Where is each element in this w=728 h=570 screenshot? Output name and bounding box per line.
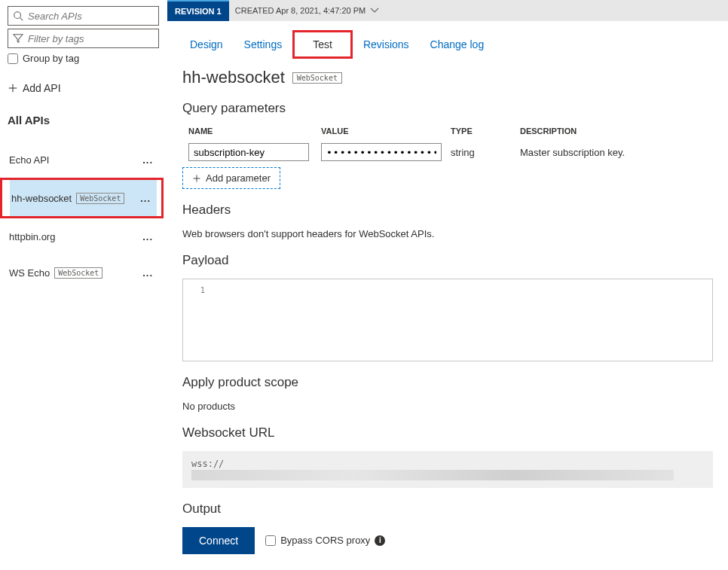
ellipsis-icon[interactable]: ... (140, 193, 151, 204)
svg-point-0 (14, 12, 21, 19)
plus-icon (192, 174, 201, 183)
page-title: hh-websocket WebSocket (182, 68, 713, 87)
ellipsis-icon[interactable]: ... (142, 231, 153, 242)
websocket-badge: WebSocket (292, 72, 342, 84)
output-footer: Connect Bypass CORS proxy i (182, 527, 713, 554)
tab-changelog[interactable]: Change log (420, 34, 495, 55)
payload-heading: Payload (182, 253, 713, 268)
headers-heading: Headers (182, 203, 713, 218)
apply-scope-heading: Apply product scope (182, 375, 713, 390)
api-item-hh-websocket[interactable]: hh-websocket WebSocket ... (10, 180, 157, 216)
api-item-ws-echo[interactable]: WS Echo WebSocket ... (8, 255, 159, 291)
websocket-badge: WebSocket (76, 193, 124, 204)
api-item-label: hh-websocket (11, 193, 72, 204)
tab-revisions[interactable]: Revisions (353, 34, 420, 55)
search-apis-input[interactable] (28, 11, 155, 22)
param-name-input[interactable] (188, 143, 309, 161)
search-apis-input-wrap[interactable] (8, 6, 159, 26)
sidebar: Group by tag Add API All APIs Echo API .… (0, 0, 167, 570)
plus-icon (8, 83, 18, 93)
headers-info: Web browsers don't support headers for W… (182, 228, 713, 239)
websocket-badge: WebSocket (54, 267, 102, 279)
query-parameters-heading: Query parameters (182, 101, 713, 116)
param-desc: Master subscription key. (520, 147, 625, 158)
main-content: REVISION 1 CREATED Apr 8, 2021, 4:47:20 … (167, 0, 728, 570)
scope-info: No products (182, 401, 713, 412)
revision-bar: REVISION 1 CREATED Apr 8, 2021, 4:47:20 … (167, 0, 728, 21)
bypass-cors-input[interactable] (265, 535, 276, 546)
filter-tags-input[interactable] (28, 33, 155, 44)
col-type: TYPE (451, 126, 520, 136)
revision-date[interactable]: CREATED Apr 8, 2021, 4:47:20 PM (229, 6, 385, 15)
col-name: NAME (188, 126, 321, 136)
svg-line-1 (20, 18, 23, 21)
group-by-tag-input[interactable] (8, 53, 18, 64)
add-parameter-button[interactable]: Add parameter (182, 167, 280, 189)
tabs: Design Settings Test Revisions Change lo… (167, 21, 728, 65)
all-apis-heading[interactable]: All APIs (8, 114, 159, 126)
api-item-label: Echo API (9, 154, 49, 166)
col-value: VALUE (321, 126, 451, 136)
url-prefix: wss:// (191, 459, 224, 469)
line-number: 1 (183, 279, 213, 361)
output-heading: Output (182, 501, 713, 517)
tab-test[interactable]: Test (305, 37, 340, 52)
add-api-label: Add API (23, 82, 61, 94)
add-api-button[interactable]: Add API (8, 79, 159, 97)
filter-icon (13, 33, 23, 44)
api-item-httpbin[interactable]: httpbin.org ... (8, 218, 159, 255)
tab-settings[interactable]: Settings (234, 34, 293, 55)
api-item-label: WS Echo (9, 267, 50, 279)
group-by-tag-checkbox[interactable]: Group by tag (8, 53, 159, 64)
query-table-headers: NAME VALUE TYPE DESCRIPTION (182, 126, 713, 136)
api-item-label: httpbin.org (9, 231, 55, 242)
param-type: string (451, 147, 520, 158)
search-icon (13, 11, 23, 21)
revision-label[interactable]: REVISION 1 (167, 0, 229, 21)
connect-button[interactable]: Connect (182, 527, 255, 554)
info-icon[interactable]: i (375, 535, 385, 546)
url-redacted (191, 470, 674, 480)
filter-tags-input-wrap[interactable] (8, 29, 159, 48)
payload-editor[interactable]: 1 (182, 279, 713, 361)
bypass-cors-checkbox[interactable]: Bypass CORS proxy i (265, 535, 385, 546)
ellipsis-icon[interactable]: ... (142, 154, 153, 166)
col-desc: DESCRIPTION (520, 126, 713, 136)
param-row: string Master subscription key. (182, 143, 713, 161)
group-by-tag-label: Group by tag (23, 53, 79, 64)
ellipsis-icon[interactable]: ... (142, 267, 153, 279)
payload-textarea[interactable] (213, 279, 712, 361)
api-item-echo[interactable]: Echo API ... (8, 142, 159, 178)
tab-design[interactable]: Design (179, 34, 234, 55)
websocket-url-box: wss:// (182, 451, 713, 488)
chevron-down-icon (370, 8, 379, 14)
param-value-input[interactable] (321, 143, 442, 161)
websocket-url-heading: Websocket URL (182, 425, 713, 440)
